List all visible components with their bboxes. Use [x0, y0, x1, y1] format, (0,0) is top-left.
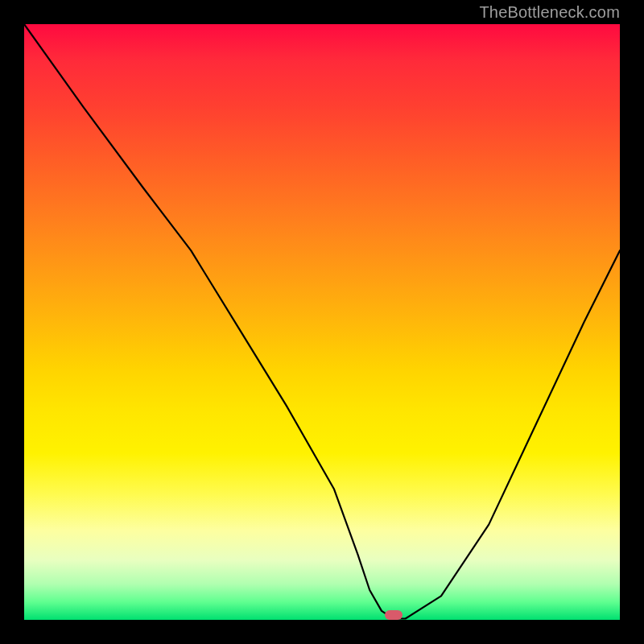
optimal-marker: [385, 610, 402, 620]
chart-container: TheBottleneck.com: [0, 0, 644, 644]
plot-area: [24, 24, 620, 620]
watermark-text: TheBottleneck.com: [479, 3, 620, 22]
bottleneck-curve: [24, 24, 620, 620]
